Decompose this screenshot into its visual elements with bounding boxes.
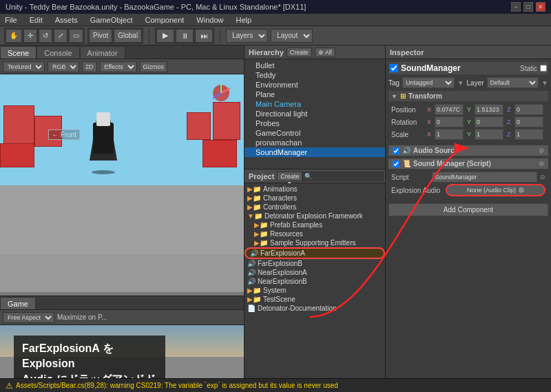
scale-x-input[interactable] — [435, 129, 464, 140]
rotate-tool[interactable]: ↺ — [39, 29, 52, 43]
scale-tool[interactable]: ⤢ — [54, 29, 67, 43]
move-tool[interactable]: ✛ — [23, 29, 37, 43]
project-item-characters[interactable]: ▶📁 Characters — [245, 194, 385, 203]
step-button[interactable]: ⏭ — [195, 29, 213, 43]
scale-label: Scale — [391, 131, 426, 138]
position-x-input[interactable] — [435, 104, 464, 115]
hierarchy-item-plane[interactable]: Plane — [245, 90, 385, 99]
minimize-button[interactable]: − — [511, 2, 521, 12]
hierarchy-create-btn[interactable]: Create — [287, 48, 312, 57]
position-z-input[interactable] — [514, 104, 543, 115]
close-button[interactable]: ✕ — [536, 2, 545, 12]
project-item-farexplosionb[interactable]: 🔊 FarExplosionB — [245, 259, 385, 268]
project-search-input[interactable] — [302, 172, 384, 181]
project-item-animations[interactable]: ▶📁 Animations — [245, 185, 385, 194]
explosion-audio-value[interactable]: None (Audio Clip) — [446, 184, 545, 196]
global-button[interactable]: Global — [114, 29, 142, 43]
hierarchy-item-bullet[interactable]: Bullet — [245, 61, 385, 70]
project-create-btn[interactable]: Create ▾ — [277, 172, 302, 181]
project-item-documentation[interactable]: 📄 Detonator-Documentation — [245, 304, 385, 313]
sound-manager-menu-icon[interactable]: ⚙ — [539, 161, 544, 167]
project-item-farexplosiona[interactable]: 🔊 FarExplosionA — [245, 247, 385, 259]
project-item-detonator[interactable]: ▼📁 Detonator Explosion Framework — [245, 212, 385, 220]
static-checkbox[interactable] — [540, 65, 547, 72]
rotation-row: Rotation X Y Z — [391, 116, 545, 127]
scale-z-input[interactable] — [514, 129, 543, 140]
hand-tool[interactable]: ✋ — [6, 29, 22, 43]
menu-file[interactable]: File — [3, 16, 19, 24]
hierarchy-item-teddy[interactable]: Teddy — [245, 70, 385, 80]
warning-icon: ⚠ — [6, 381, 13, 391]
hierarchy-item-probes[interactable]: Probes — [245, 118, 385, 128]
rotation-z-input[interactable] — [514, 116, 543, 127]
sound-manager-header[interactable]: 📜 Sound Manager (Script) ⚙ — [388, 158, 548, 169]
layers-dropdown[interactable]: Layers — [226, 29, 268, 43]
menu-window[interactable]: Window — [194, 16, 225, 24]
tab-game[interactable]: Game — [0, 297, 36, 309]
project-item-nearexplosiona[interactable]: 🔊 NearExplosionA — [245, 268, 385, 277]
rgb-select[interactable]: RGB — [48, 61, 79, 72]
hierarchy-item-directional-light[interactable]: Directional light — [245, 109, 385, 118]
rotation-y-input[interactable] — [475, 116, 503, 127]
project-item-nearexplosionb[interactable]: 🔊 NearExplosionB — [245, 277, 385, 286]
add-component-button[interactable]: Add Component — [388, 203, 548, 216]
hierarchy-title: Hierarchy — [249, 48, 284, 56]
tab-animator[interactable]: Animator — [80, 46, 125, 59]
tab-scene[interactable]: Scene — [0, 46, 37, 59]
aspect-select[interactable]: Free Aspect — [3, 312, 54, 323]
2d-button[interactable]: 2D — [82, 61, 97, 72]
audio-source-header[interactable]: 🔊 Audio Source ⚙ — [388, 145, 548, 156]
hierarchy-item-environment[interactable]: Environment — [245, 80, 385, 90]
menu-edit[interactable]: Edit — [28, 16, 45, 24]
audio-source-menu-icon[interactable]: ⚙ — [539, 147, 544, 154]
transform-section-header[interactable]: ▼ ⊞ Transform — [388, 91, 548, 101]
play-button[interactable]: ▶ — [156, 29, 174, 43]
object-active-checkbox[interactable] — [390, 64, 398, 72]
project-label-nearexplosionb: NearExplosionB — [258, 278, 307, 285]
project-label-nearexplosiona: NearExplosionA — [258, 269, 307, 276]
position-y-input[interactable] — [475, 104, 503, 115]
tag-select[interactable]: Untagged — [402, 77, 455, 88]
project-content[interactable]: ▶📁 Animations ▶📁 Characters ▶📁 Controlle… — [245, 183, 385, 378]
gizmos-button[interactable]: Gizmos — [140, 61, 168, 72]
script-selector-icon[interactable]: ⊙ — [540, 174, 545, 180]
effects-select[interactable]: Effects — [100, 61, 137, 72]
pivot-button[interactable]: Pivot — [89, 29, 112, 43]
maximize-button[interactable]: □ — [523, 2, 533, 12]
scene-view[interactable]: ← Front — [0, 74, 244, 296]
project-item-controllers[interactable]: ▶📁 Controllers — [245, 203, 385, 212]
tab-console[interactable]: Console — [37, 46, 79, 59]
project-panel: Project Create ▾ ▶📁 Animations ▶📁 Charac… — [245, 169, 385, 378]
hierarchy-item-pronamachan[interactable]: pronamachan — [245, 138, 385, 147]
pause-button[interactable]: ⏸ — [176, 29, 194, 43]
menu-assets[interactable]: Assets — [53, 16, 80, 24]
hierarchy-item-gamecontrol[interactable]: GameControl — [245, 128, 385, 138]
hierarchy-item-soundmanager[interactable]: SoundManager — [245, 147, 385, 157]
tag-label: Tag — [388, 79, 399, 87]
project-item-prefab-examples[interactable]: ▶📁 Prefab Examples — [245, 220, 385, 229]
char-body — [93, 123, 114, 154]
layout-dropdown[interactable]: Layout — [271, 29, 313, 43]
textured-select[interactable]: Textured — [3, 61, 45, 72]
hierarchy-item-main-camera[interactable]: Main Camera — [245, 99, 385, 109]
layer-select[interactable]: Default — [487, 77, 539, 88]
script-value: SoundManager — [432, 172, 537, 183]
menu-gameobject[interactable]: GameObject — [88, 16, 135, 24]
project-item-testscene[interactable]: ▶📁 TestScene — [245, 295, 385, 304]
project-item-resources[interactable]: ▶📁 Resources — [245, 229, 385, 238]
rotation-x-input[interactable] — [435, 116, 464, 127]
menu-bar: File Edit Assets GameObject Component Wi… — [0, 14, 551, 26]
audio-source-checkbox[interactable] — [393, 147, 399, 154]
project-item-sample-emitters[interactable]: ▶📁 Sample Supporting Emitters — [245, 238, 385, 247]
scale-y-input[interactable] — [475, 129, 503, 140]
scale-y-group: Y — [467, 129, 506, 140]
sound-manager-checkbox[interactable] — [393, 161, 399, 167]
menu-component[interactable]: Component — [143, 16, 186, 24]
project-item-system[interactable]: ▶📁 System — [245, 286, 385, 295]
hierarchy-content[interactable]: Bullet Teddy Environment Plane Main Came… — [245, 59, 385, 169]
file-icon-docs: 📄 — [247, 305, 256, 312]
rect-tool[interactable]: ▭ — [69, 29, 83, 43]
menu-help[interactable]: Help — [233, 16, 253, 24]
hierarchy-all-btn[interactable]: ⊕ All — [315, 48, 335, 57]
game-scene[interactable]: FarExplosionA を Explosion Audio にドラッグアンド… — [0, 325, 244, 378]
